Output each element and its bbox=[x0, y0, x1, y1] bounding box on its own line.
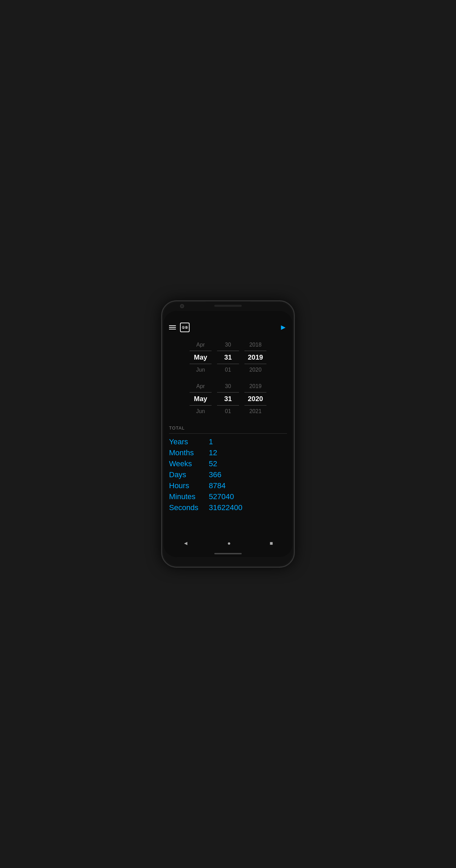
hours-row: Hours 8784 bbox=[169, 480, 287, 491]
day-selected-2: 31 bbox=[214, 392, 242, 406]
minutes-row: Minutes 527040 bbox=[169, 491, 287, 502]
seconds-label: Seconds bbox=[169, 503, 203, 512]
hours-value: 8784 bbox=[209, 481, 226, 490]
years-value: 1 bbox=[209, 437, 213, 446]
seconds-value: 31622400 bbox=[209, 503, 242, 512]
year-column-1[interactable]: 2018 2019 2020 bbox=[242, 339, 269, 376]
total-heading: TOTAL bbox=[169, 425, 287, 431]
content-area: Apr May Jun 30 31 01 2018 2019 2020 bbox=[164, 334, 292, 538]
year-selected-1: 2019 bbox=[242, 351, 269, 364]
weeks-label: Weeks bbox=[169, 459, 203, 468]
months-value: 12 bbox=[209, 448, 217, 457]
month-below-1: Jun bbox=[187, 364, 214, 376]
year-column-2[interactable]: 2019 2020 2021 bbox=[242, 381, 269, 417]
phone-frame: ①⑤ ► Apr May Jun 30 31 01 bbox=[161, 300, 295, 568]
month-below-2: Jun bbox=[187, 406, 214, 417]
picker-row-1: Apr May Jun 30 31 01 2018 2019 2020 bbox=[169, 339, 287, 376]
app-icon-text: ①⑤ bbox=[182, 326, 188, 329]
years-label: Years bbox=[169, 437, 203, 446]
days-value: 366 bbox=[209, 470, 221, 479]
date-picker-1[interactable]: Apr May Jun 30 31 01 2018 2019 2020 bbox=[169, 339, 287, 376]
total-section: TOTAL Years 1 Months 12 Weeks 52 Days 36… bbox=[169, 422, 287, 517]
app-icon: ①⑤ bbox=[180, 323, 190, 332]
month-above-2: Apr bbox=[187, 381, 214, 392]
days-row: Days 366 bbox=[169, 469, 287, 480]
year-below-2: 2021 bbox=[242, 406, 269, 417]
month-selected-1: May bbox=[187, 351, 214, 364]
volume-up-button[interactable] bbox=[294, 342, 295, 354]
back-button[interactable]: ◄ bbox=[183, 540, 189, 546]
camera bbox=[180, 304, 184, 308]
day-above-1: 30 bbox=[214, 339, 242, 351]
picker-row-2: Apr May Jun 30 31 01 2019 2020 2021 bbox=[169, 381, 287, 417]
recents-button[interactable]: ■ bbox=[270, 540, 273, 546]
bottom-bar bbox=[164, 550, 292, 557]
day-above-2: 30 bbox=[214, 381, 242, 392]
power-button[interactable] bbox=[161, 351, 162, 370]
months-row: Months 12 bbox=[169, 447, 287, 458]
month-column-2[interactable]: Apr May Jun bbox=[187, 381, 214, 417]
year-below-1: 2020 bbox=[242, 364, 269, 376]
months-label: Months bbox=[169, 448, 203, 457]
month-above-1: Apr bbox=[187, 339, 214, 351]
minutes-label: Minutes bbox=[169, 492, 203, 501]
day-column-2[interactable]: 30 31 01 bbox=[214, 381, 242, 417]
total-divider bbox=[169, 433, 287, 434]
day-below-1: 01 bbox=[214, 364, 242, 376]
send-button[interactable]: ► bbox=[279, 323, 287, 332]
year-above-2: 2019 bbox=[242, 381, 269, 392]
day-selected-1: 31 bbox=[214, 351, 242, 364]
weeks-value: 52 bbox=[209, 459, 217, 468]
volume-down-button[interactable] bbox=[294, 358, 295, 370]
minutes-value: 527040 bbox=[209, 492, 234, 501]
navigation-bar: ◄ ● ■ bbox=[164, 538, 292, 550]
speaker bbox=[214, 305, 242, 307]
menu-button[interactable] bbox=[169, 325, 176, 329]
screen: ①⑤ ► Apr May Jun 30 31 01 bbox=[164, 311, 292, 557]
month-column-1[interactable]: Apr May Jun bbox=[187, 339, 214, 376]
year-selected-2: 2020 bbox=[242, 392, 269, 406]
days-label: Days bbox=[169, 470, 203, 479]
year-above-1: 2018 bbox=[242, 339, 269, 351]
status-bar bbox=[164, 311, 292, 321]
toolbar: ①⑤ ► bbox=[164, 321, 292, 334]
weeks-row: Weeks 52 bbox=[169, 458, 287, 469]
bottom-indicator bbox=[214, 553, 242, 554]
month-selected-2: May bbox=[187, 392, 214, 406]
home-button[interactable]: ● bbox=[227, 540, 231, 546]
day-below-2: 01 bbox=[214, 406, 242, 417]
day-column-1[interactable]: 30 31 01 bbox=[214, 339, 242, 376]
seconds-row: Seconds 31622400 bbox=[169, 502, 287, 513]
date-picker-2[interactable]: Apr May Jun 30 31 01 2019 2020 2021 bbox=[169, 381, 287, 417]
years-row: Years 1 bbox=[169, 436, 287, 447]
hours-label: Hours bbox=[169, 481, 203, 490]
toolbar-left: ①⑤ bbox=[169, 323, 190, 332]
